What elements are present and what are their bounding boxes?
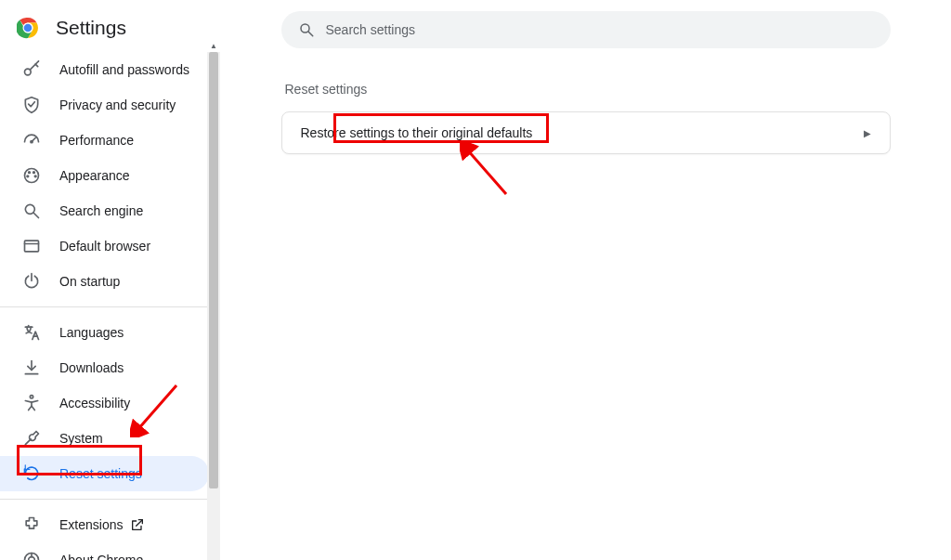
search-icon (298, 21, 315, 38)
sidebar-item-on-startup[interactable]: On startup (0, 264, 209, 299)
divider (0, 499, 220, 500)
speedometer-icon (22, 131, 41, 150)
svg-line-21 (308, 32, 313, 36)
sidebar-item-languages[interactable]: Languages (0, 315, 209, 350)
sidebar-item-label: Accessibility (59, 396, 130, 410)
sidebar-header: Settings (0, 0, 220, 52)
sidebar-item-label: Appearance (59, 168, 130, 183)
sidebar-item-accessibility[interactable]: Accessibility (0, 385, 209, 421)
sidebar-item-autofill[interactable]: Autofill and passwords (0, 52, 209, 87)
sidebar-nav: Autofill and passwords Privacy and secur… (0, 52, 220, 560)
sidebar-item-label: On startup (59, 274, 120, 289)
sidebar-item-privacy[interactable]: Privacy and security (0, 87, 209, 123)
search-bar[interactable] (281, 11, 891, 48)
accessibility-icon (22, 394, 41, 412)
key-icon (22, 60, 41, 79)
sidebar-item-label: About Chrome (59, 553, 143, 560)
reset-icon (22, 464, 41, 483)
sidebar-item-search-engine[interactable]: Search engine (0, 193, 209, 228)
svg-point-17 (30, 396, 33, 398)
sidebar-item-extensions[interactable]: Extensions (0, 507, 209, 542)
sidebar-item-downloads[interactable]: Downloads (0, 350, 209, 385)
search-input[interactable] (326, 22, 874, 37)
sidebar-item-label: Default browser (59, 239, 150, 254)
main-content: Reset settings Restore settings to their… (220, 0, 951, 560)
sidebar-item-label: Languages (59, 325, 124, 340)
sidebar-item-appearance[interactable]: Appearance (0, 158, 209, 193)
sidebar-item-label: Privacy and security (59, 98, 176, 112)
search-icon (22, 202, 41, 220)
sidebar: Settings Autofill and passwords Privacy … (0, 0, 220, 560)
chrome-icon (22, 551, 41, 560)
scrollbar[interactable]: ▲ (207, 52, 220, 560)
sidebar-item-label: Performance (59, 133, 134, 148)
svg-point-10 (25, 204, 34, 214)
restore-defaults-row[interactable]: Restore settings to their original defau… (282, 112, 890, 153)
page-title: Settings (56, 17, 126, 39)
sidebar-item-system[interactable]: System (0, 421, 209, 456)
extension-icon (22, 515, 41, 534)
svg-line-11 (34, 214, 39, 218)
settings-card: Restore settings to their original defau… (281, 111, 891, 154)
download-icon (22, 358, 41, 377)
sidebar-item-label: Search engine (59, 203, 143, 218)
browser-icon (22, 237, 41, 255)
sidebar-item-default-browser[interactable]: Default browser (0, 228, 209, 264)
divider (0, 306, 220, 307)
palette-icon (22, 166, 41, 185)
shield-icon (22, 96, 41, 114)
svg-rect-12 (25, 241, 39, 252)
chevron-right-icon: ▶ (864, 128, 871, 138)
chrome-logo-icon (17, 17, 39, 39)
sidebar-item-label: System (59, 431, 103, 446)
external-link-icon (130, 517, 145, 532)
scrollbar-thumb[interactable] (209, 52, 218, 488)
language-icon (22, 323, 41, 342)
sidebar-item-label: Autofill and passwords (59, 62, 189, 77)
sidebar-item-label: Downloads (59, 360, 124, 375)
restore-defaults-label: Restore settings to their original defau… (301, 125, 533, 140)
svg-point-7 (33, 172, 35, 174)
svg-point-9 (34, 176, 36, 177)
svg-point-6 (29, 172, 31, 174)
section-title: Reset settings (281, 82, 891, 97)
power-icon (22, 272, 41, 291)
sidebar-item-label: Extensions (59, 517, 123, 532)
sidebar-item-reset-settings[interactable]: Reset settings (0, 456, 209, 491)
sidebar-item-performance[interactable]: Performance (0, 123, 209, 158)
sidebar-item-about-chrome[interactable]: About Chrome (0, 542, 209, 560)
svg-point-20 (301, 24, 309, 33)
sidebar-item-label: Reset settings (59, 466, 142, 481)
svg-point-8 (27, 176, 29, 177)
scrollbar-up-arrow[interactable]: ▲ (207, 39, 220, 52)
svg-point-2 (24, 24, 33, 33)
wrench-icon (22, 429, 41, 448)
